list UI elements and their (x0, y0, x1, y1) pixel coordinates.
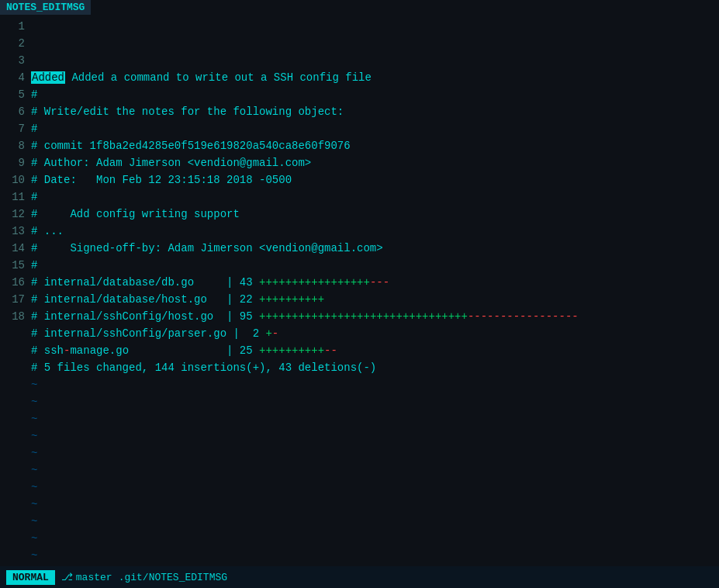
branch-name: master (76, 572, 112, 583)
line-number: 5 (6, 86, 25, 103)
diff-plus: +++++++++++++++++ (259, 276, 370, 289)
editor-container: NOTES_EDITMSG 12345678910111213141516171… (0, 0, 719, 588)
code-line: # commit 1f8ba2ed4285e0f519e619820a540ca… (31, 137, 719, 154)
code-line: # internal/sshConfig/parser.go | 2 +- (31, 325, 719, 342)
line-number: 18 (6, 308, 25, 325)
tilde-line: ~ (31, 376, 719, 393)
line-number: 11 (6, 189, 25, 206)
tilde-line: ~ (31, 427, 719, 444)
line-number: 14 (6, 240, 25, 257)
code-line: # (31, 257, 719, 274)
tilde-line: ~ (31, 393, 719, 410)
diff-plus: ++++++++++ (259, 293, 324, 306)
content-area: 123456789101112131415161718 Added Added … (0, 15, 719, 566)
line-number: 16 (6, 274, 25, 291)
diff-minus: ----------------- (468, 310, 579, 323)
diff-minus: --- (370, 276, 389, 289)
line-number: 2 (6, 35, 25, 52)
line-number: 1 (6, 18, 25, 35)
code-line: # internal/database/host.go | 22 +++++++… (31, 291, 719, 308)
code-line: # (31, 189, 719, 206)
tilde-line: ~ (31, 530, 719, 547)
code-line: # Add config writing support (31, 206, 719, 223)
line-number: 17 (6, 291, 25, 308)
status-bar: NORMAL ⎇ master .git/NOTES_EDITMSG (0, 566, 719, 588)
diff-plus: ++++++++++++++++++++++++++++++++ (259, 310, 468, 323)
code-line: # 5 files changed, 144 insertions(+), 43… (31, 359, 719, 376)
diff-plus: ++++++++++ (259, 344, 324, 357)
code-area[interactable]: Added Added a command to write out a SSH… (31, 15, 719, 566)
diff-minus: - (272, 327, 278, 340)
line-number: 13 (6, 223, 25, 240)
code-line: # Signed-off-by: Adam Jimerson <vendion@… (31, 240, 719, 257)
line-number: 6 (6, 103, 25, 120)
branch-indicator: ⎇ master (61, 571, 112, 583)
line-number: 12 (6, 206, 25, 223)
code-line: # internal/database/db.go | 43 +++++++++… (31, 274, 719, 291)
diff-plus: + (265, 327, 271, 340)
diff-minus: - (64, 344, 70, 357)
line-number: 10 (6, 171, 25, 189)
code-line: # ... (31, 223, 719, 240)
code-line: Added Added a command to write out a SSH… (31, 69, 719, 86)
tilde-line: ~ (31, 410, 719, 427)
code-line: # ssh-manage.go | 25 ++++++++++-- (31, 342, 719, 359)
line-number: 7 (6, 120, 25, 137)
code-line: # internal/sshConfig/host.go | 95 ++++++… (31, 308, 719, 325)
line-number: 15 (6, 257, 25, 274)
line-number: 8 (6, 137, 25, 154)
code-line: # (31, 86, 719, 103)
file-path: .git/NOTES_EDITMSG (119, 572, 227, 583)
code-line: # (31, 120, 719, 137)
highlighted-word: Added (31, 71, 65, 84)
diff-minus: -- (324, 344, 337, 357)
code-line: # Write/edit the notes for the following… (31, 103, 719, 120)
tilde-line: ~ (31, 444, 719, 462)
line-numbers: 123456789101112131415161718 (0, 15, 31, 566)
tilde-line: ~ (31, 496, 719, 513)
tilde-line: ~ (31, 547, 719, 564)
code-line: # Author: Adam Jimerson <vendion@gmail.c… (31, 154, 719, 171)
line-number: 4 (6, 69, 25, 86)
tilde-line: ~ (31, 479, 719, 496)
title-bar: NOTES_EDITMSG (0, 0, 91, 15)
line-number: 9 (6, 154, 25, 171)
mode-indicator: NORMAL (6, 570, 55, 585)
tilde-line: ~ (31, 513, 719, 530)
code-line: # Date: Mon Feb 12 23:15:18 2018 -0500 (31, 171, 719, 189)
tilde-line: ~ (31, 462, 719, 479)
branch-icon: ⎇ (61, 571, 73, 583)
line-number: 3 (6, 52, 25, 69)
